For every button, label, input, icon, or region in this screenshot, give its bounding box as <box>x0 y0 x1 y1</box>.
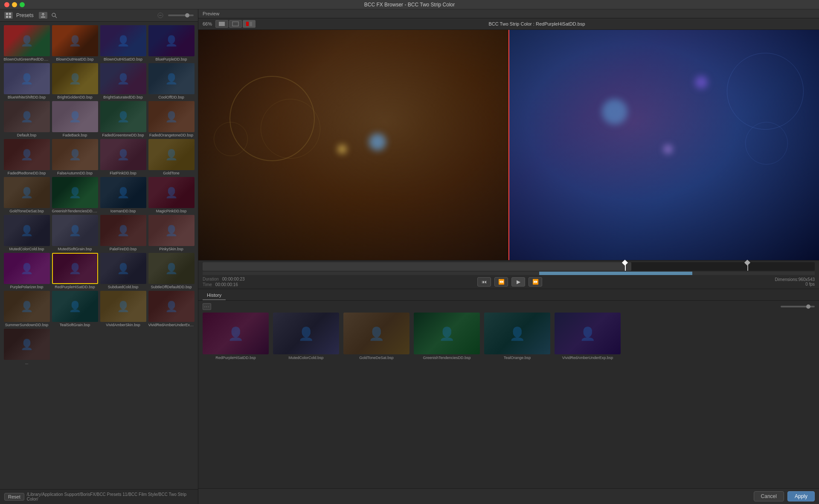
preset-thumbnail <box>4 139 50 170</box>
preset-item[interactable]: BluePurpleDD.bsp <box>148 25 195 61</box>
preview-divider[interactable] <box>508 30 509 260</box>
step-back-button[interactable]: ⏪ <box>494 277 508 287</box>
preset-item[interactable]: CoolOffDD.bsp <box>148 63 195 99</box>
preset-name: FalseAutumnDD.bsp <box>57 171 93 175</box>
tc-highlight <box>539 272 692 275</box>
preset-thumbnail <box>100 139 146 170</box>
preset-thumbnail <box>148 177 195 208</box>
window-title: BCC FX Browser - BCC Two Strip Color <box>364 2 455 8</box>
preset-item[interactable]: SummerSundownDD.bsp <box>3 291 50 327</box>
history-thumbnail <box>555 313 621 354</box>
preset-item[interactable]: BlownOutGreenRedDD.bsp <box>3 25 50 61</box>
preset-item[interactable]: BrightGoldenDD.bsp <box>52 63 98 99</box>
preset-item[interactable]: IcemanDD.bsp <box>100 177 146 213</box>
history-tab[interactable]: History <box>203 291 226 300</box>
preset-item[interactable]: MutedSoftGrain.bsp <box>52 215 98 251</box>
timeline-bar[interactable] <box>203 262 815 271</box>
history-item[interactable]: GoldToneDeSat.bsp <box>343 313 410 360</box>
search-icon[interactable] <box>50 12 58 19</box>
preset-item[interactable]: TealSoftGrain.bsp <box>52 291 98 327</box>
go-to-start-button[interactable]: ⏮ <box>477 277 491 287</box>
preset-name: FadedOrangetoneDD.bsp <box>149 133 193 137</box>
preset-item[interactable]: PinkySkin.bsp <box>148 215 195 251</box>
view-split[interactable] <box>243 20 256 28</box>
preset-item[interactable]: FlatPinkDD.bsp <box>100 139 146 175</box>
upload-icon[interactable] <box>39 12 47 19</box>
history-item[interactable]: MutedColorCold.bsp <box>273 313 339 360</box>
preset-item[interactable]: ... <box>3 329 50 365</box>
preset-item[interactable]: VividAmberSkin.bsp <box>100 291 146 327</box>
duration-label: Duration <box>203 277 219 281</box>
preset-item[interactable]: SubduedCold.bsp <box>100 253 146 289</box>
header-icons <box>39 12 58 19</box>
preset-item[interactable]: MagicPinkDD.bsp <box>148 177 195 213</box>
preset-item[interactable]: VividRedAmberUnderExp.bsp <box>148 291 195 327</box>
dots-icon: ··· <box>204 304 209 310</box>
history-item[interactable]: VividRedAmberUnderExp.bsp <box>555 313 621 360</box>
preset-thumbnail <box>148 101 195 132</box>
svg-rect-9 <box>219 22 225 26</box>
preset-item[interactable]: GoldToneDeSat.bsp <box>3 177 50 213</box>
preset-item[interactable]: FadeBack.bsp <box>52 101 98 137</box>
preset-item[interactable]: GreenishTendenciesDD.bsp <box>52 177 98 213</box>
preset-item[interactable]: SubtleOffDefaultDD.bsp <box>148 253 195 289</box>
preset-item[interactable]: FadedGreentoneDD.bsp <box>100 101 146 137</box>
preset-name: SubduedCold.bsp <box>108 285 139 289</box>
history-item[interactable]: TealOrange.bsp <box>484 313 550 360</box>
history-item[interactable]: GreenishTendenciesDD.bsp <box>414 313 480 360</box>
preset-name: PaleFireDD.bsp <box>110 247 137 251</box>
history-item-label: MutedColorCold.bsp <box>288 356 323 360</box>
preset-item[interactable]: BlownOutHiSatDD.bsp <box>100 25 146 61</box>
preset-item[interactable]: FadedRedtoneDD.bsp <box>3 139 50 175</box>
preset-item[interactable]: MutedColorCold.bsp <box>3 215 50 251</box>
preset-thumbnail <box>4 253 50 284</box>
history-scroll[interactable] <box>781 306 815 307</box>
history-item[interactable]: RedPurpleHiSatDD.bsp <box>203 313 269 360</box>
preset-thumbnail <box>4 25 50 56</box>
preset-item[interactable]: Default.bsp <box>3 101 50 137</box>
close-button[interactable] <box>4 2 9 7</box>
preset-item[interactable]: BrightSaturatedDD.bsp <box>100 63 146 99</box>
svg-rect-2 <box>6 16 8 18</box>
history-thumbnail <box>343 313 410 354</box>
marker-diamond <box>744 260 750 266</box>
svg-point-5 <box>52 13 55 17</box>
preset-item[interactable]: PurplePolarizer.bsp <box>3 253 50 289</box>
time-value: 00:00:00:16 <box>215 282 238 287</box>
tc-bar <box>203 272 815 275</box>
apply-button[interactable]: Apply <box>787 491 815 501</box>
cancel-button[interactable]: Cancel <box>754 491 784 501</box>
dimensions-info: Dimensions:960x543 <box>775 277 815 282</box>
preset-item[interactable]: FalseAutumnDD.bsp <box>52 139 98 175</box>
preset-thumbnail <box>4 63 50 94</box>
preset-name: VividRedAmberUnderExp.bsp <box>148 323 195 327</box>
grid-view-icon[interactable] <box>4 12 13 19</box>
size-slider[interactable] <box>168 14 194 16</box>
maximize-button[interactable] <box>20 2 25 7</box>
preset-item[interactable]: BlueWhiteShiftDD.bsp <box>3 63 50 99</box>
preset-thumbnail <box>148 139 195 170</box>
preset-thumbnail <box>148 291 195 322</box>
preview-header: Preview <box>198 9 819 18</box>
preset-thumbnail <box>148 215 195 246</box>
step-forward-button[interactable]: ⏩ <box>529 277 542 287</box>
history-options-button[interactable]: ··· <box>203 303 211 310</box>
filter-icon[interactable] <box>156 12 165 19</box>
preset-thumbnail <box>148 25 195 56</box>
transport-row: Duration 00:00:00:23 Time 00:00:00:16 ⏮ … <box>198 275 819 289</box>
preset-thumbnail <box>4 177 50 208</box>
timeline-fill <box>203 262 631 271</box>
history-item-label: GoldToneDeSat.bsp <box>359 356 394 360</box>
preset-item[interactable]: BlownOutHeatDD.bsp <box>52 25 98 61</box>
preset-item[interactable]: GoldTone <box>148 139 195 175</box>
play-button[interactable]: ▶ <box>511 277 525 287</box>
view-single-right[interactable] <box>229 20 242 28</box>
reset-button[interactable]: Reset <box>4 493 24 501</box>
view-single-left[interactable] <box>215 20 228 28</box>
minimize-button[interactable] <box>12 2 17 7</box>
preset-item[interactable]: RedPurpleHiSatDD.bsp <box>52 253 98 289</box>
preset-item[interactable]: FadedOrangetoneDD.bsp <box>148 101 195 137</box>
preset-item[interactable]: PaleFireDD.bsp <box>100 215 146 251</box>
preset-thumbnail <box>52 291 98 322</box>
preset-thumbnail <box>52 215 98 246</box>
